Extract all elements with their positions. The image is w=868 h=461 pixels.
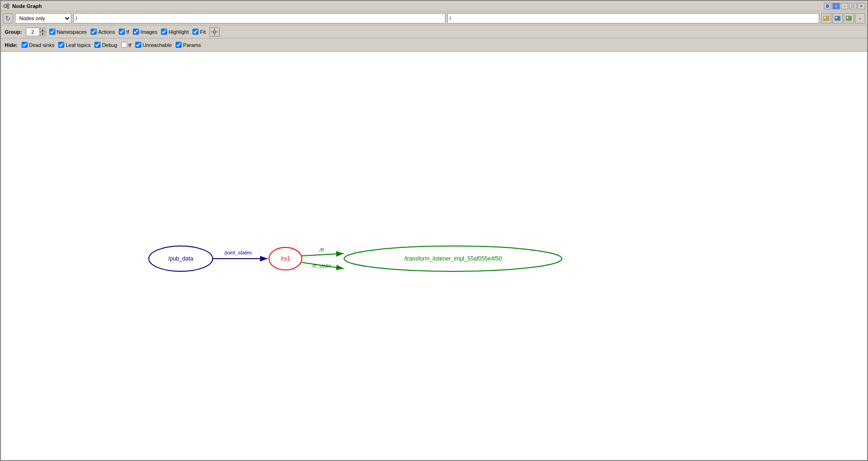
- svg-rect-7: [835, 16, 840, 21]
- images-checkbox-item[interactable]: Images: [133, 29, 157, 35]
- spinner-up[interactable]: ▲: [40, 28, 46, 32]
- svg-rect-5: [823, 16, 829, 21]
- path-input-1[interactable]: [73, 13, 446, 23]
- unreachable-label: Unreachable: [143, 42, 172, 48]
- edge-rs1-to-transform-tf: [302, 254, 344, 256]
- title-bar: Node Graph D i - □ ×: [1, 1, 867, 11]
- hide-label: Hide:: [5, 42, 18, 48]
- minimize-button[interactable]: -: [841, 3, 848, 9]
- images-label: Images: [140, 29, 157, 35]
- tf2-label: tf: [129, 42, 131, 48]
- params-label: Params: [183, 42, 201, 48]
- svg-rect-8: [836, 17, 837, 18]
- tf2-checkbox-item[interactable]: tf: [121, 42, 131, 48]
- settings-icon-btn[interactable]: [209, 27, 220, 37]
- group-value-input[interactable]: [26, 28, 40, 36]
- highlight-checkbox-item[interactable]: Highlight: [161, 29, 189, 35]
- refresh-button[interactable]: ↻: [3, 13, 13, 23]
- spinner-buttons: ▲ ▼: [40, 28, 46, 36]
- tf-label: tf: [126, 29, 129, 35]
- actions-checkbox[interactable]: [91, 29, 97, 35]
- node-transform-listener-label: /transform_listener_impl_55af055e4f50: [404, 255, 502, 262]
- namespaces-checkbox-item[interactable]: Namespaces: [49, 29, 87, 35]
- dead-sinks-checkbox-item[interactable]: Dead sinks: [22, 42, 54, 48]
- toolbar-row2: Group: ▲ ▼ Namespaces Actions tf Images …: [1, 25, 867, 38]
- group-label: Group:: [5, 29, 22, 35]
- close-button[interactable]: ×: [858, 3, 865, 9]
- actions-checkbox-item[interactable]: Actions: [91, 29, 115, 35]
- tb-icon-3[interactable]: [844, 13, 854, 23]
- debug-checkbox-item[interactable]: Debug: [94, 42, 117, 48]
- icon-info: i: [832, 3, 840, 9]
- params-checkbox[interactable]: [176, 42, 182, 48]
- svg-rect-15: [216, 31, 218, 32]
- highlight-label: Highlight: [169, 29, 189, 35]
- tf2-checkbox[interactable]: [121, 42, 127, 48]
- fit-checkbox[interactable]: [192, 29, 199, 35]
- tb-icon-4[interactable]: -: [855, 13, 865, 23]
- leaf-topics-label: Leaf topics: [66, 42, 91, 48]
- fit-checkbox-item[interactable]: Fit: [192, 29, 206, 35]
- maximize-button[interactable]: □: [849, 3, 857, 9]
- dead-sinks-label: Dead sinks: [29, 42, 54, 48]
- window-controls: D i - □ ×: [824, 3, 865, 9]
- svg-rect-13: [214, 34, 215, 35]
- params-checkbox-item[interactable]: Params: [176, 42, 201, 48]
- svg-rect-6: [824, 17, 826, 18]
- tb-icon-1[interactable]: [821, 13, 831, 23]
- fit-label: Fit: [200, 29, 206, 35]
- edge-label-tf: /tf: [319, 247, 324, 253]
- app-window: Node Graph D i - □ × ↻ Nodes only: [0, 0, 868, 461]
- unreachable-checkbox[interactable]: [135, 42, 141, 48]
- path-input-2[interactable]: [447, 13, 820, 23]
- leaf-topics-checkbox-item[interactable]: Leaf topics: [58, 42, 91, 48]
- group-spinner[interactable]: ▲ ▼: [26, 28, 46, 36]
- highlight-checkbox[interactable]: [161, 29, 167, 35]
- app-icon: [3, 2, 10, 10]
- icon-d: D: [824, 3, 831, 9]
- window-toolbar-icons: -: [821, 13, 865, 23]
- node-pub-data-label: /pub_data: [168, 255, 193, 262]
- debug-label: Debug: [102, 42, 117, 48]
- svg-point-11: [214, 31, 216, 33]
- tb-icon-2[interactable]: [832, 13, 843, 23]
- edge-label-tf-static: /tf_static: [312, 263, 331, 269]
- dead-sinks-checkbox[interactable]: [22, 42, 28, 48]
- images-checkbox[interactable]: [133, 29, 139, 35]
- svg-point-0: [4, 5, 7, 8]
- spinner-down[interactable]: ▼: [40, 32, 46, 36]
- toolbar-row1: ↻ Nodes only: [1, 11, 867, 25]
- svg-rect-10: [847, 17, 848, 18]
- view-mode-dropdown[interactable]: Nodes only: [15, 13, 71, 23]
- tf-checkbox-item[interactable]: tf: [119, 29, 129, 35]
- edge-label-joint-states: /joint_states: [224, 250, 252, 255]
- svg-rect-9: [846, 16, 852, 21]
- graph-canvas[interactable]: /joint_states /tf /tf_static /pub_data /…: [1, 52, 867, 460]
- debug-checkbox[interactable]: [94, 42, 100, 48]
- svg-rect-12: [214, 29, 215, 30]
- window-title: Node Graph: [12, 3, 824, 9]
- namespaces-label: Namespaces: [57, 29, 87, 35]
- actions-label: Actions: [98, 29, 115, 35]
- unreachable-checkbox-item[interactable]: Unreachable: [135, 42, 172, 48]
- node-rs1-label: /rs1: [281, 255, 290, 262]
- namespaces-checkbox[interactable]: [49, 29, 55, 35]
- graph-svg: /joint_states /tf /tf_static /pub_data /…: [1, 52, 867, 460]
- svg-rect-14: [211, 31, 213, 32]
- tf-checkbox[interactable]: [119, 29, 125, 35]
- leaf-topics-checkbox[interactable]: [58, 42, 64, 48]
- toolbar-row3: Hide: Dead sinks Leaf topics Debug tf Un…: [1, 38, 867, 52]
